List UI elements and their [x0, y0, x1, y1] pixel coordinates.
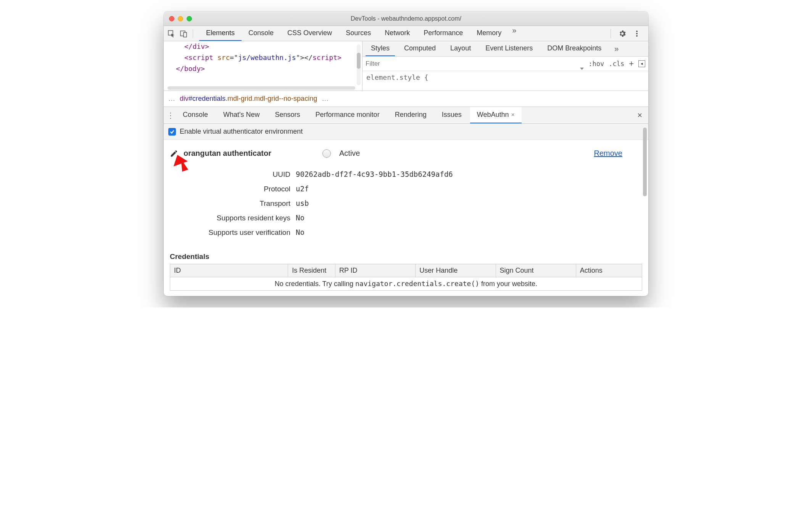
dom-source: </div> <script src="js/webauthn.js"></sc…	[164, 41, 362, 74]
styles-toolbar: :hov .cls + ◂	[362, 57, 648, 71]
drawer-tab-performance-monitor[interactable]: Performance monitor	[309, 107, 387, 123]
authenticator-name: orangutan authenticator	[184, 149, 271, 158]
styles-filter-input[interactable]	[366, 60, 575, 68]
col-userhandle[interactable]: User Handle	[416, 264, 496, 277]
drawer-tab-console[interactable]: Console	[176, 107, 215, 123]
main-tab-strip: Elements Console CSS Overview Sources Ne…	[164, 26, 648, 41]
tab-elements[interactable]: Elements	[199, 26, 242, 41]
sidebar-tabs: Styles Computed Layout Event Listeners D…	[362, 41, 648, 57]
prop-val-transport: usb	[296, 199, 309, 207]
prop-key-protocol: Protocol	[170, 185, 296, 193]
prop-val-protocol: u2f	[296, 184, 309, 193]
device-toggle-icon[interactable]	[178, 28, 189, 39]
drawer-tab-whats-new[interactable]: What's New	[216, 107, 266, 123]
col-signcount[interactable]: Sign Count	[496, 264, 576, 277]
tab-memory[interactable]: Memory	[470, 26, 508, 41]
tab-performance[interactable]: Performance	[417, 26, 470, 41]
credentials-heading: Credentials	[170, 252, 642, 261]
styles-pane: Styles Computed Layout Event Listeners D…	[362, 41, 648, 91]
credentials-table: ID Is Resident RP ID User Handle Sign Co…	[170, 264, 642, 291]
breadcrumb-left-overflow[interactable]: …	[168, 95, 175, 103]
breadcrumb-bar: … div#credentials.mdl-grid.mdl-grid--no-…	[164, 91, 648, 107]
enable-virtual-auth-row: Enable virtual authenticator environment	[164, 124, 648, 140]
authenticator-properties: UUID90262adb-df2f-4c93-9bb1-35db6249afd6…	[170, 170, 642, 243]
enable-virtual-auth-checkbox[interactable]	[168, 128, 176, 136]
divider	[611, 29, 611, 38]
tab-network[interactable]: Network	[378, 26, 417, 41]
tab-computed[interactable]: Computed	[399, 41, 441, 56]
svg-rect-2	[184, 32, 187, 37]
devtools-window: DevTools - webauthndemo.appspot.com/ Ele…	[164, 11, 648, 296]
enable-virtual-auth-label: Enable virtual authenticator environment	[180, 128, 303, 136]
svg-point-4	[636, 33, 638, 34]
prop-val-resident: No	[296, 213, 304, 222]
kebab-menu-icon[interactable]	[632, 28, 642, 39]
col-resident[interactable]: Is Resident	[288, 264, 335, 277]
col-rpid[interactable]: RP ID	[335, 264, 415, 277]
close-drawer-icon[interactable]: ×	[634, 110, 645, 120]
tab-css-overview[interactable]: CSS Overview	[280, 26, 339, 41]
breadcrumb-right-overflow[interactable]: …	[322, 95, 329, 103]
tab-styles[interactable]: Styles	[366, 41, 395, 56]
divider	[193, 29, 193, 38]
gear-icon[interactable]	[617, 28, 628, 39]
authenticator-card: orangutan authenticator Active Remove UU…	[164, 140, 648, 296]
prop-key-uv: Supports user verification	[170, 228, 296, 237]
active-label: Active	[339, 149, 360, 158]
col-id[interactable]: ID	[170, 264, 288, 277]
elements-split: </div> <script src="js/webauthn.js"></sc…	[164, 41, 648, 91]
tab-sources[interactable]: Sources	[339, 26, 378, 41]
inspect-icon[interactable]	[166, 28, 177, 39]
dom-hscrollbar[interactable]	[168, 86, 355, 90]
dom-scrollbar-thumb[interactable]	[357, 53, 361, 69]
main-tabs: Elements Console CSS Overview Sources Ne…	[199, 26, 520, 41]
add-rule-icon[interactable]: +	[629, 59, 634, 69]
toggle-sidebar-icon[interactable]: ◂	[638, 60, 645, 67]
active-radio[interactable]	[322, 149, 331, 158]
prop-val-uv: No	[296, 228, 304, 236]
tab-event-listeners[interactable]: Event Listeners	[480, 41, 538, 56]
breadcrumb-item[interactable]: div#credentials.mdl-grid.mdl-grid--no-sp…	[180, 95, 317, 103]
svg-point-5	[636, 35, 638, 37]
drawer-tab-issues[interactable]: Issues	[435, 107, 469, 123]
filter-expand-icon[interactable]	[580, 68, 584, 70]
tab-dom-breakpoints[interactable]: DOM Breakpoints	[542, 41, 607, 56]
hov-toggle[interactable]: :hov	[588, 60, 604, 68]
drawer-tab-webauthn[interactable]: WebAuthn ×	[470, 107, 522, 123]
tab-console[interactable]: Console	[242, 26, 280, 41]
prop-key-resident: Supports resident keys	[170, 214, 296, 222]
window-title: DevTools - webauthndemo.appspot.com/	[164, 15, 648, 22]
drawer-tab-webauthn-label: WebAuthn	[477, 111, 509, 119]
drawer-tab-rendering[interactable]: Rendering	[388, 107, 433, 123]
element-style-block[interactable]: element.style {	[362, 71, 648, 84]
col-actions[interactable]: Actions	[576, 264, 642, 277]
tab-layout[interactable]: Layout	[445, 41, 476, 56]
credentials-empty-row: No credentials. Try calling navigator.cr…	[170, 277, 642, 291]
drawer-tab-sensors[interactable]: Sensors	[268, 107, 307, 123]
panel-scrollbar-thumb[interactable]	[643, 128, 647, 196]
prop-val-uuid: 90262adb-df2f-4c93-9bb1-35db6249afd6	[296, 170, 453, 178]
sidebar-tabs-overflow-icon[interactable]: »	[611, 44, 622, 53]
svg-point-3	[636, 31, 638, 32]
tabs-overflow-icon[interactable]: »	[508, 26, 520, 41]
cls-toggle[interactable]: .cls	[609, 60, 624, 68]
annotation-arrow-icon	[171, 154, 190, 173]
drawer-menu-icon[interactable]: ⋮	[167, 111, 174, 120]
titlebar: DevTools - webauthndemo.appspot.com/	[164, 11, 648, 26]
prop-key-transport: Transport	[170, 199, 296, 208]
webauthn-panel: Enable virtual authenticator environment…	[164, 124, 648, 296]
remove-authenticator-link[interactable]: Remove	[594, 149, 622, 158]
drawer-tab-strip: ⋮ Console What's New Sensors Performance…	[164, 107, 648, 124]
close-tab-icon[interactable]: ×	[511, 112, 514, 118]
authenticator-header: orangutan authenticator Active Remove	[170, 149, 642, 158]
dom-tree-pane[interactable]: </div> <script src="js/webauthn.js"></sc…	[164, 41, 362, 91]
